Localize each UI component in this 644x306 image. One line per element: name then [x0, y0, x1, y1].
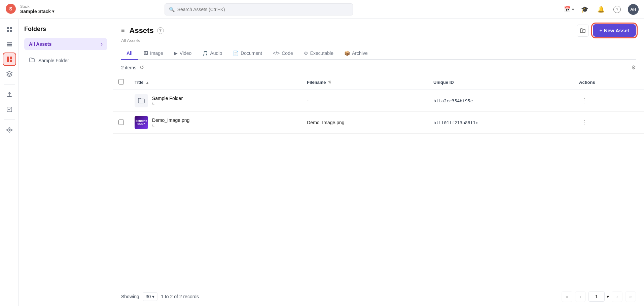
row1-filename: -	[301, 90, 428, 112]
page-number-input[interactable]	[588, 292, 605, 302]
pagination-right: « ‹ ▾ › »	[562, 291, 636, 302]
row1-checkbox-cell	[113, 90, 129, 112]
page-dropdown-arrow[interactable]: ▾	[607, 294, 609, 299]
stack-label: Stack	[20, 4, 54, 9]
svg-rect-10	[10, 57, 12, 59]
chevron-down-icon: ▾	[152, 294, 154, 299]
help-button[interactable]: ?	[612, 4, 622, 15]
page-input-wrap: ▾	[588, 292, 609, 302]
row2-checkbox-cell	[113, 112, 129, 134]
first-page-button[interactable]: «	[562, 291, 572, 302]
select-all-checkbox[interactable]	[118, 79, 124, 84]
sort-asc-icon: ▲	[146, 80, 149, 84]
search-bar[interactable]: 🔍	[165, 3, 353, 15]
th-unique-id: Unique ID	[428, 75, 574, 90]
assets-title-row: ≡ Assets ? + New Asset	[121, 24, 636, 37]
table-area: 2 items ↺ ⚙ Title ▲	[113, 60, 644, 287]
tab-audio[interactable]: 🎵 Audio	[197, 47, 227, 60]
image-asset-icon: CONTENTSTACK	[135, 116, 148, 129]
row2-path: /..	[152, 123, 189, 128]
refresh-button[interactable]: ↺	[140, 64, 144, 71]
svg-rect-11	[10, 60, 12, 62]
next-page-button[interactable]: ›	[612, 291, 622, 302]
nav-divider-1	[4, 84, 15, 84]
tab-all[interactable]: All	[121, 47, 138, 60]
main-layout: Folders All Assets › Sample Folder ≡ Ass…	[0, 19, 644, 306]
tab-video[interactable]: ▶ Video	[169, 47, 197, 60]
question-mark-icon: ?	[613, 6, 621, 13]
prev-page-button[interactable]: ‹	[575, 291, 586, 302]
sidebar-title: Folders	[24, 26, 107, 33]
th-title[interactable]: Title ▲	[129, 75, 301, 90]
tab-image[interactable]: 🖼 Image	[138, 47, 169, 60]
page-size-select[interactable]: 30 ▾	[143, 292, 158, 301]
tab-archive[interactable]: 📦 Archive	[339, 47, 373, 60]
th-filename[interactable]: Filename ⇅	[301, 75, 428, 90]
new-asset-button[interactable]: + New Asset	[593, 24, 636, 37]
row2-filename: Demo_Image.png	[301, 112, 428, 134]
row2-checkbox[interactable]	[118, 120, 124, 125]
showing-label: Showing	[121, 294, 139, 299]
nav-assets[interactable]	[3, 53, 16, 66]
svg-rect-9	[7, 57, 9, 62]
audio-tab-icon: 🎵	[202, 50, 208, 56]
main-content: ≡ Assets ? + New Asset All Assets A	[113, 19, 644, 306]
nav-divider-2	[4, 120, 15, 120]
nav-layers[interactable]	[3, 67, 16, 81]
nav-checklist[interactable]	[3, 103, 16, 116]
calendar-button[interactable]: 📅 ▾	[564, 6, 574, 12]
tab-code[interactable]: </> Code	[267, 47, 298, 60]
table-row: CONTENTSTACK Demo_Image.png /.. Demo_Ima…	[113, 112, 644, 134]
svg-rect-12	[7, 96, 12, 97]
notification-bell-button[interactable]: 🔔	[596, 4, 606, 15]
chevron-down-icon: ▾	[52, 9, 54, 14]
svg-rect-5	[10, 30, 12, 32]
table-header-row: Title ▲ Filename ⇅ Unique ID	[113, 75, 644, 90]
chevron-right-icon: ›	[101, 41, 103, 47]
archive-tab-icon: 📦	[344, 50, 350, 56]
user-avatar[interactable]: AH	[628, 4, 639, 15]
nav-list[interactable]	[3, 38, 16, 51]
sidebar-all-assets[interactable]: All Assets ›	[24, 38, 107, 50]
nav-dashboard[interactable]	[3, 23, 16, 36]
records-label: 1 to 2 of 2 records	[161, 294, 199, 299]
tabs-bar: All 🖼 Image ▶ Video 🎵 Audio 📄 Document	[121, 47, 636, 60]
code-tab-icon: </>	[273, 50, 280, 56]
hamburger-icon[interactable]: ≡	[121, 27, 125, 34]
assets-header: ≡ Assets ? + New Asset All Assets A	[113, 19, 644, 60]
icon-nav	[0, 19, 19, 306]
calendar-icon: 📅	[564, 6, 571, 12]
th-actions: Actions	[574, 75, 644, 90]
row1-actions-cell: ⋮	[574, 90, 644, 112]
folder-add-button[interactable]	[577, 25, 589, 37]
table-toolbar-left: 2 items ↺	[121, 64, 144, 71]
table-toolbar: 2 items ↺ ⚙	[113, 60, 644, 75]
assets-header-actions: + New Asset	[577, 24, 636, 37]
last-page-button[interactable]: »	[625, 291, 636, 302]
chevron-down-icon: ▾	[572, 7, 574, 12]
search-input[interactable]	[177, 7, 349, 12]
tab-document[interactable]: 📄 Document	[227, 47, 267, 60]
assets-title: Assets ?	[130, 26, 164, 35]
document-tab-icon: 📄	[233, 50, 239, 56]
sidebar: Folders All Assets › Sample Folder	[19, 19, 113, 306]
tab-executable[interactable]: ⚙ Executable	[298, 47, 339, 60]
help-icon[interactable]: ?	[157, 27, 164, 34]
topbar: S Stack Sample Stack ▾ 🔍 📅 ▾ 🎓 🔔 ? AH	[0, 0, 644, 19]
row2-actions-button[interactable]: ⋮	[579, 117, 591, 128]
nav-workflow[interactable]	[3, 123, 16, 137]
items-count: 2 items	[121, 65, 136, 70]
sort-both-icon: ⇅	[328, 80, 331, 84]
assets-subtitle: All Assets	[121, 38, 636, 43]
nav-upload[interactable]	[3, 88, 16, 101]
image-tab-icon: 🖼	[143, 50, 148, 56]
stack-info: Stack Sample Stack ▾	[20, 4, 54, 14]
svg-rect-8	[7, 45, 12, 46]
graduation-cap-button[interactable]: 🎓	[579, 4, 590, 15]
column-settings-button[interactable]: ⚙	[631, 64, 636, 71]
stack-name[interactable]: Sample Stack ▾	[20, 9, 54, 14]
app-logo[interactable]: S	[5, 3, 16, 15]
row1-title: Sample Folder	[152, 96, 183, 101]
row1-actions-button[interactable]: ⋮	[579, 96, 591, 106]
sidebar-folder-sample[interactable]: Sample Folder	[24, 54, 107, 67]
